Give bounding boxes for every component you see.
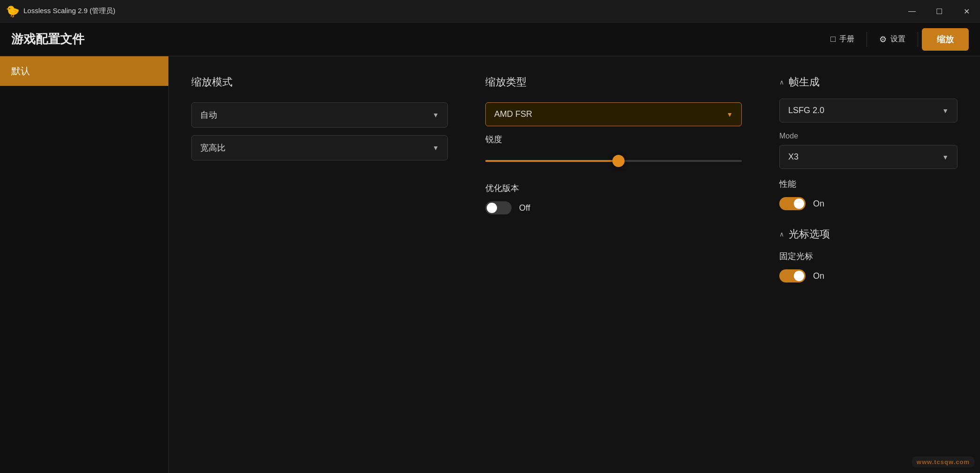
header-actions: □ 手册 ⚙ 设置 缩放 xyxy=(822,28,969,51)
sharpness-label: 锐度 xyxy=(485,134,742,145)
chevron-up-icon: ∧ xyxy=(779,78,784,86)
scale-type-title: 缩放类型 xyxy=(485,75,742,89)
right-panel: ∧ 帧生成 LSFG 2.0 ▼ Mode X3 ▼ 性能 On xyxy=(779,75,957,454)
header-divider xyxy=(867,32,867,47)
cursor-chevron-icon: ∧ xyxy=(779,230,784,238)
minimize-button[interactable]: — xyxy=(898,0,926,23)
ratio-dropdown-arrow: ▼ xyxy=(432,144,439,152)
type-dropdown-value: AMD FSR xyxy=(494,109,532,119)
gear-icon: ⚙ xyxy=(879,34,887,45)
cursor-section: ∧ 光标选项 固定光标 On xyxy=(779,227,957,282)
gen-dropdown-arrow: ▼ xyxy=(942,107,949,114)
fixed-toggle-knob xyxy=(794,271,804,281)
app-icon: 🐤 xyxy=(6,5,19,18)
watermark: www.tcsqw.com xyxy=(912,457,974,467)
mode-dropdown-arrow: ▼ xyxy=(432,111,439,119)
perf-toggle[interactable] xyxy=(779,197,806,210)
frame-gen-header: ∧ 帧生成 xyxy=(779,75,957,89)
type-dropdown-arrow: ▼ xyxy=(726,111,733,118)
fixed-cursor-label: 固定光标 xyxy=(779,251,957,262)
fixed-toggle-row: On xyxy=(779,269,957,282)
ratio-dropdown-value: 宽高比 xyxy=(200,142,226,153)
watermark-text: www.tcsqw.com xyxy=(912,457,974,467)
slider-thumb[interactable] xyxy=(612,155,625,167)
scale-mode-title: 缩放模式 xyxy=(191,75,448,89)
maximize-button[interactable]: ☐ xyxy=(926,0,953,23)
header-divider-2 xyxy=(918,32,918,47)
optimize-toggle[interactable] xyxy=(485,201,512,214)
page-title: 游戏配置文件 xyxy=(11,31,822,47)
mode-x3-value: X3 xyxy=(788,152,799,162)
perf-label: 性能 xyxy=(779,178,957,190)
perf-toggle-knob xyxy=(794,198,804,209)
mode-x3-dropdown[interactable]: X3 ▼ xyxy=(779,145,957,169)
main-layout: 默认 缩放模式 自动 ▼ 宽高比 ▼ 缩放类型 AMD FSR ▼ 锐度 xyxy=(0,56,980,473)
titlebar-title: Lossless Scaling 2.9 (管理员) xyxy=(23,7,115,15)
titlebar: 🐤 Lossless Scaling 2.9 (管理员) — ☐ ✕ xyxy=(0,0,980,23)
manual-button[interactable]: □ 手册 xyxy=(822,30,863,49)
mode-dropdown-value: 自动 xyxy=(200,109,217,121)
manual-label: 手册 xyxy=(839,34,854,44)
optimize-toggle-label: Off xyxy=(519,203,530,213)
optimize-toggle-knob xyxy=(487,203,497,213)
mode-dropdown[interactable]: 自动 ▼ xyxy=(191,102,448,128)
header: 游戏配置文件 □ 手册 ⚙ 设置 缩放 xyxy=(0,23,980,56)
optimize-label: 优化版本 xyxy=(485,183,742,194)
close-button[interactable]: ✕ xyxy=(953,0,980,23)
cursor-title: 光标选项 xyxy=(789,227,830,241)
scale-button[interactable]: 缩放 xyxy=(922,28,969,51)
gen-dropdown-value: LSFG 2.0 xyxy=(788,106,824,115)
slider-fill xyxy=(485,160,618,162)
ratio-dropdown[interactable]: 宽高比 ▼ xyxy=(191,135,448,160)
mode-label: Mode xyxy=(779,132,957,140)
frame-gen-section: ∧ 帧生成 LSFG 2.0 ▼ Mode X3 ▼ 性能 On xyxy=(779,75,957,210)
sidebar-item-default[interactable]: 默认 xyxy=(0,56,168,86)
sharpness-slider[interactable] xyxy=(485,153,742,169)
content-area: 缩放模式 自动 ▼ 宽高比 ▼ 缩放类型 AMD FSR ▼ 锐度 xyxy=(169,56,980,473)
settings-button[interactable]: ⚙ 设置 xyxy=(871,30,914,49)
scale-mode-section: 缩放模式 自动 ▼ 宽高比 ▼ xyxy=(191,75,448,454)
cursor-header: ∧ 光标选项 xyxy=(779,227,957,241)
frame-gen-title: 帧生成 xyxy=(789,75,820,89)
fixed-toggle-label: On xyxy=(813,271,824,281)
titlebar-controls: — ☐ ✕ xyxy=(898,0,980,23)
gen-dropdown[interactable]: LSFG 2.0 ▼ xyxy=(779,99,957,122)
fixed-cursor-toggle[interactable] xyxy=(779,269,806,282)
settings-label: 设置 xyxy=(890,34,905,44)
sidebar: 默认 xyxy=(0,56,169,473)
slider-track xyxy=(485,160,742,162)
mode-x3-arrow: ▼ xyxy=(942,153,949,161)
manual-icon: □ xyxy=(830,34,836,44)
perf-toggle-row: On xyxy=(779,197,957,210)
perf-toggle-label: On xyxy=(813,199,824,209)
type-dropdown[interactable]: AMD FSR ▼ xyxy=(485,102,742,126)
scale-type-section: 缩放类型 AMD FSR ▼ 锐度 优化版本 Off xyxy=(485,75,742,454)
optimize-toggle-row: Off xyxy=(485,201,742,214)
